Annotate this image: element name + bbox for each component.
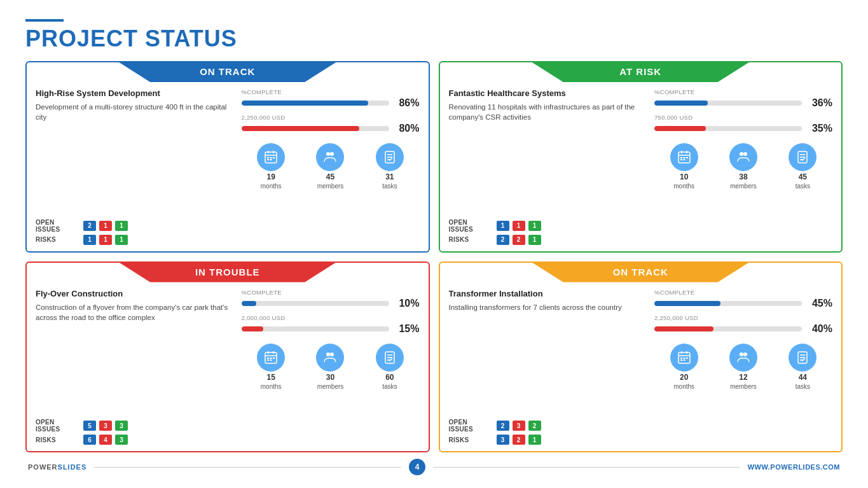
pct-bar-container bbox=[654, 301, 802, 306]
footer-line-right bbox=[433, 467, 740, 468]
issues-risks: OPEN ISSUES 211 RISKS 111 bbox=[36, 219, 235, 245]
budget-bar-container bbox=[242, 126, 389, 131]
users-icon bbox=[729, 143, 757, 171]
budget-bar-fill bbox=[654, 126, 706, 131]
budget-display: 80% bbox=[393, 123, 420, 134]
months-label: months bbox=[261, 383, 282, 390]
stat-months: 15 months bbox=[257, 344, 285, 390]
stat-tasks: 60 tasks bbox=[376, 344, 404, 390]
calendar-icon bbox=[257, 143, 285, 171]
footer-website: WWW.POWERLIDES.COM bbox=[748, 463, 840, 471]
months-label: months bbox=[261, 183, 282, 190]
badge: 2 bbox=[513, 435, 525, 445]
svg-rect-21 bbox=[686, 157, 688, 158]
pct-display: 45% bbox=[806, 298, 832, 309]
pct-bar-container bbox=[242, 101, 389, 106]
budget-section: 2,250,000 USD 80% bbox=[242, 114, 420, 134]
project-desc: Development of a multi-storey structure … bbox=[36, 102, 235, 215]
badge: 6 bbox=[83, 435, 96, 445]
badge: 1 bbox=[99, 221, 112, 231]
budget-display: 15% bbox=[393, 323, 420, 335]
svg-rect-37 bbox=[267, 359, 269, 361]
card-body-card-on-track-2: Transformer Installation Installing tran… bbox=[440, 282, 842, 452]
pct-bar-container bbox=[654, 101, 802, 106]
pct-label: %COMPLETE bbox=[242, 289, 420, 296]
card-body-card-at-risk: Fantastic Healthcare Systems Renovating … bbox=[440, 82, 842, 251]
budget-label: 750,000 USD bbox=[654, 114, 832, 121]
stat-months: 20 months bbox=[670, 344, 698, 390]
tasks-value: 45 bbox=[799, 172, 807, 181]
months-value: 15 bbox=[266, 373, 275, 382]
card-card-at-risk: AT RISK Fantastic Healthcare Systems Ren… bbox=[439, 61, 843, 253]
page-title: PROJECT STATUS bbox=[25, 25, 843, 52]
risks-row: RISKS 643 bbox=[36, 435, 235, 445]
members-label: members bbox=[730, 383, 757, 390]
members-label: members bbox=[317, 383, 344, 390]
months-label: months bbox=[673, 383, 694, 390]
budget-bar-container bbox=[654, 326, 802, 331]
pct-display: 10% bbox=[393, 298, 420, 309]
svg-point-9 bbox=[326, 152, 330, 156]
members-value: 30 bbox=[326, 373, 334, 382]
badge: 3 bbox=[115, 421, 128, 431]
issues-risks: OPEN ISSUES 111 RISKS 221 bbox=[449, 219, 649, 245]
svg-point-39 bbox=[326, 352, 330, 356]
card-header-card-on-track-1: ON TRACK bbox=[117, 61, 338, 82]
tasks-label: tasks bbox=[382, 383, 397, 390]
badge: 3 bbox=[99, 421, 112, 431]
svg-rect-20 bbox=[683, 157, 685, 158]
calendar-icon bbox=[670, 344, 698, 372]
stats-row: 19 months 45 members 31 bbox=[242, 143, 420, 190]
svg-rect-36 bbox=[273, 358, 275, 359]
pct-row: 45% bbox=[654, 298, 832, 309]
badge: 3 bbox=[513, 421, 525, 431]
pct-complete-section: %COMPLETE 45% bbox=[654, 289, 832, 309]
footer-line-left bbox=[94, 467, 401, 468]
tasks-icon bbox=[376, 344, 404, 372]
svg-rect-52 bbox=[680, 359, 682, 361]
badge: 4 bbox=[99, 435, 112, 445]
page: PROJECT STATUS ON TRACK High-Rise System… bbox=[0, 0, 868, 488]
badge: 1 bbox=[115, 235, 128, 245]
card-right-card-in-trouble: %COMPLETE 10% 2,000,000 USD 15% bbox=[242, 289, 420, 445]
badge: 1 bbox=[497, 221, 509, 231]
pct-row: 86% bbox=[242, 97, 420, 109]
svg-rect-5 bbox=[270, 157, 272, 158]
svg-point-55 bbox=[743, 352, 747, 356]
budget-bar-fill bbox=[654, 326, 713, 331]
members-value: 12 bbox=[739, 373, 747, 382]
pct-bar-container bbox=[242, 301, 389, 306]
svg-point-25 bbox=[743, 152, 747, 156]
svg-rect-4 bbox=[267, 157, 269, 158]
card-left-card-in-trouble: Fly-Over Construction Construction of a … bbox=[36, 289, 235, 445]
card-left-card-at-risk: Fantastic Healthcare Systems Renovating … bbox=[449, 88, 649, 245]
budget-display: 40% bbox=[806, 323, 832, 335]
budget-bar-fill bbox=[242, 126, 360, 131]
stat-tasks: 31 tasks bbox=[376, 143, 404, 190]
svg-point-54 bbox=[740, 352, 743, 356]
budget-bar-container bbox=[654, 126, 802, 131]
issues-row: OPEN ISSUES 533 bbox=[36, 419, 235, 433]
tasks-icon bbox=[789, 143, 816, 171]
tasks-value: 44 bbox=[799, 373, 807, 382]
months-value: 19 bbox=[266, 172, 275, 181]
budget-section: 2,000,000 USD 15% bbox=[242, 314, 420, 335]
svg-point-10 bbox=[330, 152, 334, 156]
budget-section: 2,250,000 USD 40% bbox=[654, 314, 832, 335]
pct-display: 86% bbox=[393, 97, 420, 109]
svg-rect-38 bbox=[270, 359, 272, 361]
issues-label: OPEN ISSUES bbox=[449, 419, 493, 433]
badge: 1 bbox=[115, 221, 128, 231]
svg-rect-8 bbox=[270, 159, 272, 160]
svg-rect-50 bbox=[683, 358, 685, 359]
svg-rect-51 bbox=[686, 358, 688, 359]
issues-risks: OPEN ISSUES 232 RISKS 321 bbox=[449, 419, 649, 445]
badge: 1 bbox=[83, 235, 96, 245]
budget-section: 750,000 USD 35% bbox=[654, 114, 832, 134]
badge: 3 bbox=[115, 435, 128, 445]
badge: 1 bbox=[528, 221, 541, 231]
badge: 5 bbox=[83, 421, 96, 431]
svg-rect-7 bbox=[267, 159, 269, 160]
project-desc: Installing transformers for 7 clients ac… bbox=[449, 302, 649, 415]
pct-label: %COMPLETE bbox=[242, 88, 420, 95]
